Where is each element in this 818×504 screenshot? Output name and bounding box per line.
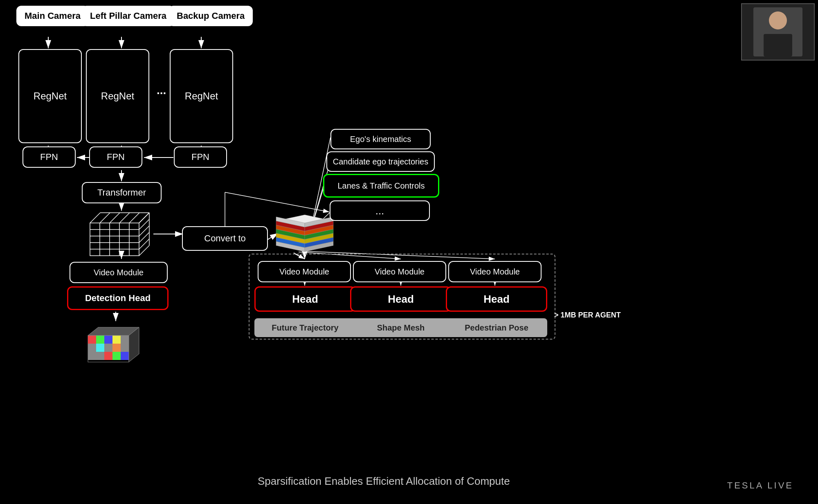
speaker-head <box>769 11 787 29</box>
svg-rect-64 <box>121 344 129 352</box>
detection-head-box: Detection Head <box>67 286 169 310</box>
svg-rect-65 <box>88 352 96 360</box>
svg-rect-59 <box>121 335 129 344</box>
svg-line-49 <box>139 226 149 236</box>
fpn-3-box: FPN <box>174 146 227 168</box>
regnet-2-box: RegNet <box>86 49 149 143</box>
svg-line-41 <box>100 213 110 223</box>
svg-rect-68 <box>112 352 121 360</box>
svg-line-51 <box>139 239 149 249</box>
svg-rect-58 <box>112 335 121 344</box>
shape-mesh-pill: Shape Mesh <box>350 318 452 337</box>
diagram-container: Main Camera Left Pillar Camera Backup Ca… <box>0 0 818 504</box>
svg-rect-66 <box>96 352 104 360</box>
svg-rect-62 <box>104 344 112 352</box>
svg-rect-56 <box>96 335 104 344</box>
regnet-dots: ... <box>157 84 166 97</box>
regnet-1-box: RegNet <box>18 49 82 143</box>
fpn-2-box: FPN <box>89 146 142 168</box>
backup-camera-box: Backup Camera <box>169 6 253 26</box>
pedestrian-pose-pill: Pedestrian Pose <box>446 318 547 337</box>
svg-line-48 <box>139 219 149 230</box>
egos-kinematics-box: Ego's kinematics <box>330 129 431 149</box>
bottom-caption: Sparsification Enables Efficient Allocat… <box>258 475 510 488</box>
per-agent-label: > 1MB PER AGENT <box>554 311 621 320</box>
svg-rect-61 <box>96 344 104 352</box>
ellipsis-conditions-box: ... <box>330 200 430 221</box>
convert-to-box: Convert to <box>182 226 268 251</box>
speaker-body <box>764 34 792 56</box>
small-colored-cube <box>86 323 145 364</box>
transformer-box: Transformer <box>82 182 162 203</box>
speaker-thumbnail <box>741 3 815 61</box>
svg-line-47 <box>139 213 149 223</box>
svg-line-52 <box>139 245 149 256</box>
regnet-3-box: RegNet <box>170 49 233 143</box>
main-camera-box: Main Camera <box>16 6 89 26</box>
svg-line-44 <box>129 213 139 223</box>
svg-line-50 <box>139 232 149 243</box>
speaker-figure <box>753 7 802 56</box>
video-module-left: Video Module <box>70 262 168 283</box>
svg-rect-31 <box>90 223 139 256</box>
colored-stacked-cube <box>272 205 337 258</box>
svg-rect-67 <box>104 352 112 360</box>
left-pillar-camera-box: Left Pillar Camera <box>82 6 175 26</box>
svg-rect-60 <box>88 344 96 352</box>
candidate-ego-box: Candidate ego trajectories <box>326 151 435 172</box>
svg-line-43 <box>119 213 130 223</box>
svg-rect-57 <box>104 335 112 344</box>
tesla-live-label: TESLA LIVE <box>727 480 793 491</box>
fpn-1-box: FPN <box>22 146 76 168</box>
lanes-traffic-box: Lanes & Traffic Controls <box>323 174 439 198</box>
svg-rect-63 <box>112 344 121 352</box>
svg-rect-69 <box>121 352 129 360</box>
svg-line-42 <box>110 213 120 223</box>
white-grid-cube <box>86 211 157 258</box>
future-trajectory-pill: Future Trajectory <box>254 318 356 337</box>
svg-rect-55 <box>88 335 96 344</box>
svg-line-40 <box>90 213 100 223</box>
